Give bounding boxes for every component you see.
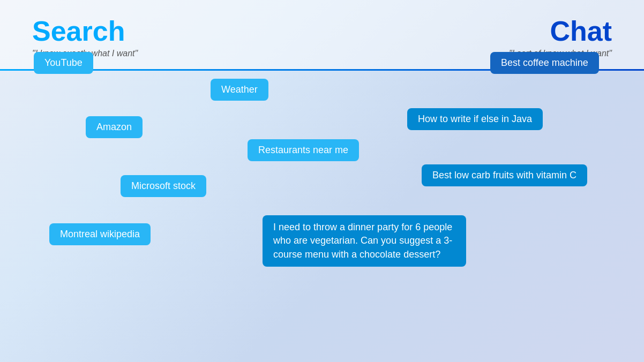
- pill-restaurants-near-me[interactable]: Restaurants near me: [248, 139, 359, 161]
- search-title: Search: [32, 16, 138, 47]
- content-area: YouTubeWeatherBest coffee machineAmazonH…: [0, 71, 644, 362]
- pill-weather[interactable]: Weather: [211, 79, 268, 101]
- pill-dinner-party[interactable]: I need to throw a dinner party for 6 peo…: [263, 215, 466, 267]
- pill-montreal-wikipedia[interactable]: Montreal wikipedia: [49, 223, 151, 245]
- pill-best-low-carb[interactable]: Best low carb fruits with vitamin C: [422, 164, 587, 186]
- chat-title: Chat: [550, 16, 612, 47]
- pill-youtube[interactable]: YouTube: [34, 52, 93, 74]
- pill-how-to-write[interactable]: How to write if else in Java: [407, 108, 543, 130]
- pill-microsoft-stock[interactable]: Microsoft stock: [121, 175, 206, 197]
- pill-amazon[interactable]: Amazon: [86, 116, 143, 138]
- pill-best-coffee-machine[interactable]: Best coffee machine: [490, 52, 599, 74]
